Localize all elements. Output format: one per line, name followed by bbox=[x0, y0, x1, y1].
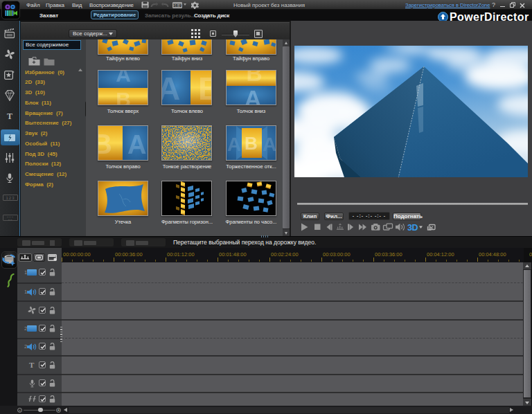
svg-text:A: A bbox=[162, 71, 180, 105]
svg-text:B: B bbox=[116, 88, 131, 105]
svg-text:B: B bbox=[246, 71, 262, 86]
svg-text:A: A bbox=[116, 71, 131, 86]
svg-text:3D: 3D bbox=[407, 223, 418, 231]
svg-text:A: A bbox=[127, 130, 146, 159]
svg-text:A: A bbox=[244, 85, 261, 105]
svg-text:B: B bbox=[98, 129, 112, 159]
svg-text:B: B bbox=[245, 133, 258, 154]
svg-text:B: B bbox=[198, 71, 212, 105]
